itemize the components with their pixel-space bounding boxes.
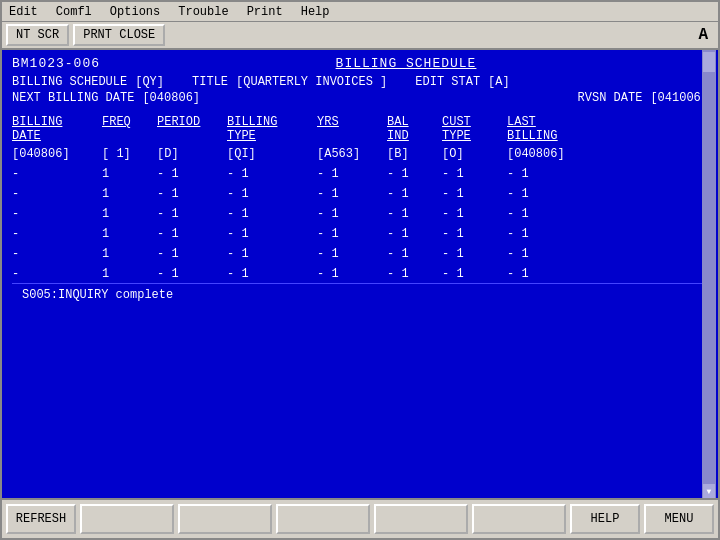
screen-title: BILLING SCHEDULE xyxy=(104,56,708,71)
schedule-label: BILLING SCHEDULE xyxy=(12,75,127,89)
table-row: -1- 1- 1- 1- 1- 1- 1 xyxy=(12,265,708,283)
cell-yrs: - 1 xyxy=(317,167,387,181)
cell-bal_ind: - 1 xyxy=(387,267,442,281)
menu-options[interactable]: Options xyxy=(107,5,163,19)
table-row: -1- 1- 1- 1- 1- 1- 1 xyxy=(12,205,708,223)
scrollbar[interactable]: ▼ xyxy=(702,50,716,498)
col-period: PERIOD xyxy=(157,115,227,143)
cell-freq: [ 1] xyxy=(102,147,157,161)
col-cust-type: CUSTTYPE xyxy=(442,115,507,143)
cell-yrs: - 1 xyxy=(317,227,387,241)
btn3[interactable] xyxy=(178,504,272,534)
prnt-close-button[interactable]: PRNT CLOSE xyxy=(73,24,165,46)
nt-scr-button[interactable]: NT SCR xyxy=(6,24,69,46)
cell-freq: 1 xyxy=(102,227,157,241)
refresh-button[interactable]: REFRESH xyxy=(6,504,76,534)
rvsn-date-label: RVSN DATE xyxy=(578,91,643,105)
cell-billing_date: - xyxy=(12,247,102,261)
cell-period: - 1 xyxy=(157,267,227,281)
menu-edit[interactable]: Edit xyxy=(6,5,41,19)
title-label: TITLE xyxy=(192,75,228,89)
table-row: -1- 1- 1- 1- 1- 1- 1 xyxy=(12,165,708,183)
cell-freq: 1 xyxy=(102,267,157,281)
cell-freq: 1 xyxy=(102,247,157,261)
help-button[interactable]: HELP xyxy=(570,504,640,534)
cell-bal_ind: - 1 xyxy=(387,167,442,181)
rvsn-date-value: [041006] xyxy=(650,91,708,105)
cell-last_billing: - 1 xyxy=(507,187,597,201)
col-bal-ind: BALIND xyxy=(387,115,442,143)
cell-cust_type: - 1 xyxy=(442,207,507,221)
edit-stat-value: [A] xyxy=(488,75,510,89)
data-table: [040806][ 1][D][QI][A563][B][O][040806]-… xyxy=(12,145,708,283)
bottom-buttons: REFRESH HELP MENU xyxy=(2,498,718,538)
cell-billing_date: - xyxy=(12,267,102,281)
cell-cust_type: [O] xyxy=(442,147,507,161)
status-bar: S005:INQUIRY complete xyxy=(12,283,708,305)
scrollbar-down-arrow[interactable]: ▼ xyxy=(703,484,715,498)
main-content: BM1023-006 BILLING SCHEDULE BILLING SCHE… xyxy=(2,50,718,498)
schedule-value: [QY] xyxy=(135,75,164,89)
btn2[interactable] xyxy=(80,504,174,534)
cell-bal_ind: - 1 xyxy=(387,247,442,261)
cell-billing_type: - 1 xyxy=(227,247,317,261)
menu-bar: Edit Comfl Options Trouble Print Help xyxy=(2,2,718,22)
btn5[interactable] xyxy=(374,504,468,534)
next-billing-label: NEXT BILLING DATE xyxy=(12,91,134,105)
col-last-billing: LASTBILLING xyxy=(507,115,597,143)
col-billing-date: BILLINGDATE xyxy=(12,115,102,143)
cell-cust_type: - 1 xyxy=(442,227,507,241)
cell-last_billing: - 1 xyxy=(507,167,597,181)
cell-yrs: - 1 xyxy=(317,207,387,221)
cell-billing_date: - xyxy=(12,167,102,181)
table-row: -1- 1- 1- 1- 1- 1- 1 xyxy=(12,185,708,203)
title-value: [QUARTERLY INVOICES ] xyxy=(236,75,387,89)
cell-yrs: - 1 xyxy=(317,187,387,201)
cell-cust_type: - 1 xyxy=(442,267,507,281)
cell-billing_date: - xyxy=(12,227,102,241)
cell-bal_ind: - 1 xyxy=(387,187,442,201)
menu-comfl[interactable]: Comfl xyxy=(53,5,95,19)
cell-bal_ind: - 1 xyxy=(387,207,442,221)
btn6[interactable] xyxy=(472,504,566,534)
edit-stat-label: EDIT STAT xyxy=(415,75,480,89)
cell-billing_type: [QI] xyxy=(227,147,317,161)
cell-period: - 1 xyxy=(157,247,227,261)
cell-billing_type: - 1 xyxy=(227,227,317,241)
cell-period: - 1 xyxy=(157,187,227,201)
cell-period: [D] xyxy=(157,147,227,161)
cell-bal_ind: [B] xyxy=(387,147,442,161)
status-message: S005:INQUIRY complete xyxy=(22,288,173,302)
btn4[interactable] xyxy=(276,504,370,534)
cell-billing_date: - xyxy=(12,187,102,201)
menu-help[interactable]: Help xyxy=(298,5,333,19)
col-yrs: YRS xyxy=(317,115,387,143)
cell-freq: 1 xyxy=(102,167,157,181)
menu-trouble[interactable]: Trouble xyxy=(175,5,231,19)
cell-billing_date: - xyxy=(12,207,102,221)
cell-billing_type: - 1 xyxy=(227,207,317,221)
table-row: [040806][ 1][D][QI][A563][B][O][040806] xyxy=(12,145,708,163)
cell-yrs: [A563] xyxy=(317,147,387,161)
cell-billing_type: - 1 xyxy=(227,187,317,201)
cell-cust_type: - 1 xyxy=(442,187,507,201)
cell-cust_type: - 1 xyxy=(442,167,507,181)
cell-yrs: - 1 xyxy=(317,247,387,261)
menu-button[interactable]: MENU xyxy=(644,504,714,534)
cell-bal_ind: - 1 xyxy=(387,227,442,241)
menu-print[interactable]: Print xyxy=(244,5,286,19)
title-bar-label: A xyxy=(698,26,714,44)
cell-period: - 1 xyxy=(157,167,227,181)
next-billing-value: [040806] xyxy=(142,91,200,105)
cell-last_billing: - 1 xyxy=(507,267,597,281)
table-row: -1- 1- 1- 1- 1- 1- 1 xyxy=(12,225,708,243)
cell-last_billing: - 1 xyxy=(507,247,597,261)
column-headers: BILLINGDATE FREQ PERIOD BILLINGTYPE YRS … xyxy=(12,115,708,143)
scrollbar-thumb[interactable] xyxy=(703,52,715,72)
cell-last_billing: - 1 xyxy=(507,227,597,241)
cell-billing_type: - 1 xyxy=(227,167,317,181)
cell-billing_date: [040806] xyxy=(12,147,102,161)
cell-yrs: - 1 xyxy=(317,267,387,281)
cell-billing_type: - 1 xyxy=(227,267,317,281)
col-billing-type: BILLINGTYPE xyxy=(227,115,317,143)
